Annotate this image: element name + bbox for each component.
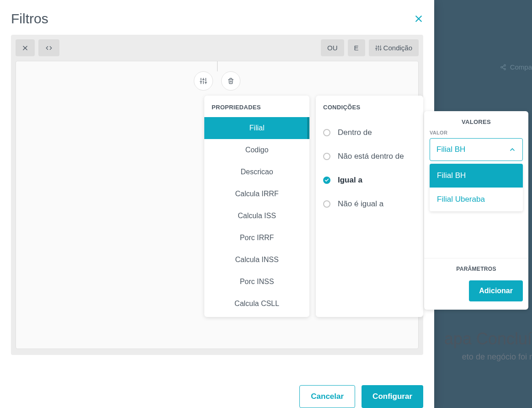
property-item[interactable]: Filial — [204, 117, 309, 139]
code-button[interactable] — [38, 39, 59, 56]
radio-icon — [323, 200, 330, 208]
values-panel: VALORES VALOR Filial BH Filial BHFilial … — [424, 111, 528, 310]
filter-builder-panel: OU E Condição — [11, 35, 423, 355]
properties-panel: PROPRIEDADES FilialCodigoDescricaoCalcul… — [204, 96, 309, 317]
property-item[interactable]: Porc IRRF — [204, 227, 309, 249]
close-icon[interactable] — [414, 14, 423, 23]
filters-modal: Filtros — [0, 0, 434, 408]
property-item[interactable]: Porc INSS — [204, 271, 309, 293]
value-select[interactable]: Filial BH — [430, 138, 523, 161]
svg-line-3 — [502, 65, 504, 66]
or-button[interactable]: OU — [321, 39, 344, 56]
condition-label: Não é igual a — [338, 199, 383, 209]
conditions-title: CONDIÇÕES — [316, 96, 423, 117]
properties-title: PROPRIEDADES — [204, 96, 309, 117]
property-item[interactable]: Codigo — [204, 139, 309, 161]
condition-item[interactable]: Não está dentro de — [323, 145, 416, 168]
condition-label: Não está dentro de — [338, 152, 404, 161]
modal-title: Filtros — [11, 11, 48, 27]
bg-stage-title: apa Concluíd — [444, 329, 532, 349]
radio-icon — [323, 129, 330, 136]
radio-checked-icon — [323, 177, 330, 184]
filter-canvas: PROPRIEDADES FilialCodigoDescricaoCalcul… — [16, 61, 419, 349]
bg-stage-sub: eto de negócio foi rea — [462, 352, 532, 362]
condition-item[interactable]: Igual a — [323, 168, 416, 192]
value-label: VALOR — [430, 130, 523, 135]
dropdown-option[interactable]: Filial Uberaba — [430, 188, 523, 211]
share-button-bg: Compa — [500, 63, 532, 71]
chevron-up-icon — [509, 146, 516, 153]
settings-node-button[interactable] — [194, 71, 213, 91]
delete-node-button[interactable] — [221, 71, 240, 91]
condition-item[interactable]: Dentro de — [323, 121, 416, 145]
configure-button[interactable]: Configurar — [362, 385, 423, 408]
condition-item[interactable]: Não é igual a — [323, 192, 416, 216]
condition-label: Igual a — [338, 176, 362, 185]
svg-point-2 — [504, 68, 505, 70]
condition-button[interactable]: Condição — [369, 39, 419, 56]
clear-button[interactable] — [16, 39, 35, 56]
property-item[interactable]: Descricao — [204, 161, 309, 183]
condition-label: Dentro de — [338, 128, 372, 137]
property-item[interactable]: Calcula INSS — [204, 249, 309, 271]
property-item[interactable]: Calcula CSLL — [204, 293, 309, 315]
conditions-panel: CONDIÇÕES Dentro deNão está dentro deIgu… — [316, 96, 423, 317]
property-item[interactable]: Calcula IRRF — [204, 183, 309, 205]
params-title: PARÂMETROS — [430, 266, 523, 272]
cancel-button[interactable]: Cancelar — [299, 385, 355, 408]
svg-point-0 — [504, 64, 505, 66]
dropdown-option[interactable]: Filial BH — [430, 164, 523, 188]
radio-icon — [323, 153, 330, 160]
add-button[interactable]: Adicionar — [469, 280, 523, 301]
connector-line — [217, 61, 218, 71]
svg-line-4 — [502, 67, 504, 68]
value-selected: Filial BH — [436, 145, 465, 154]
svg-point-1 — [500, 66, 502, 68]
property-item[interactable]: Calcula ISS — [204, 205, 309, 227]
values-title: VALORES — [424, 111, 528, 130]
and-button[interactable]: E — [348, 39, 365, 56]
